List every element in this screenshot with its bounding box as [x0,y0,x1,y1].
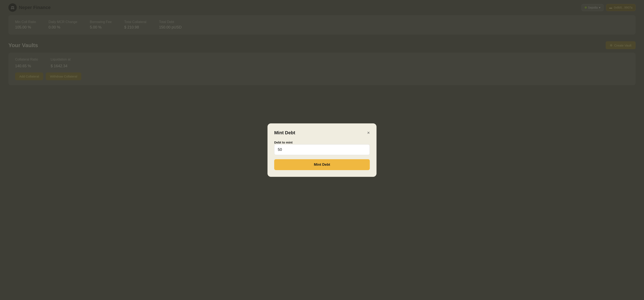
mint-debt-button[interactable]: Mint Debt [274,159,370,170]
debt-amount-input[interactable] [274,144,370,155]
modal-close-button[interactable]: × [367,131,370,135]
modal-header: Mint Debt × [274,130,370,136]
mint-debt-modal: Mint Debt × Debt to mint Mint Debt [268,123,376,177]
debt-input-label: Debt to mint [274,141,293,144]
modal-title: Mint Debt [274,130,295,136]
modal-overlay: Mint Debt × Debt to mint Mint Debt [0,0,644,300]
